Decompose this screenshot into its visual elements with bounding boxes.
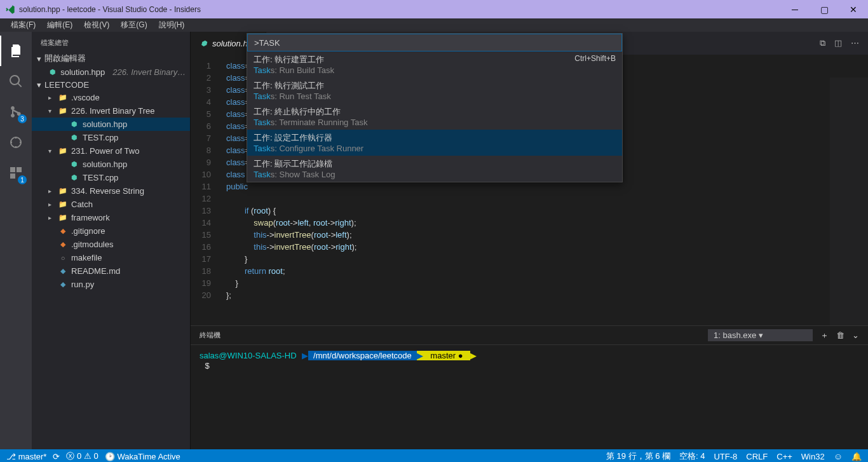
file-item[interactable]: ○makefile [32, 251, 190, 264]
vscode-icon [5, 4, 15, 15]
terminal-panel: 終端機 1: bash.exe ▾ ＋ 🗑 ⌄ salas@WIN10-SALA… [191, 325, 868, 449]
language-mode[interactable]: C++ [776, 452, 792, 461]
folder-item[interactable]: ▸📁Catch [32, 198, 190, 211]
search-icon [8, 74, 24, 89]
palette-item[interactable]: 工作: 執行建置工作Ctrl+Shift+BTasks: Run Build T… [247, 51, 622, 78]
cpp-icon: ⬢ [200, 39, 208, 48]
maximize-button[interactable]: ▢ [810, 0, 839, 18]
ext-badge: 1 [18, 175, 27, 184]
folder-item[interactable]: ▸📁.vscode [32, 91, 190, 104]
palette-item[interactable]: 工作: 顯示工作記錄檔Tasks: Show Task Log [247, 156, 622, 182]
statusbar: ⎇ master* ⟳ ⓧ 0 ⚠ 0 🕑 WakaTime Active 第 … [0, 449, 868, 462]
palette-item[interactable]: 工作: 終止執行中的工作Tasks: Terminate Running Tas… [247, 104, 622, 130]
scm-tab[interactable]: 3 [0, 97, 32, 127]
problems[interactable]: ⓧ 0 ⚠ 0 [66, 451, 98, 462]
minimap[interactable] [830, 78, 868, 325]
feedback-icon[interactable]: ☺ [834, 451, 843, 461]
eol[interactable]: CRLF [746, 452, 768, 461]
open-editors-header[interactable]: ▾ 開啟編輯器 [32, 51, 190, 65]
menu-view[interactable]: 檢視(V) [78, 18, 115, 32]
palette-item[interactable]: 工作: 執行測試工作Tasks: Run Test Task [247, 78, 622, 104]
debug-tab[interactable] [0, 127, 32, 158]
split-editor-icon[interactable]: ◫ [834, 38, 842, 48]
folder-item[interactable]: ▸📁334. Reverse String [32, 184, 190, 198]
sync-icon[interactable]: ⟳ [53, 452, 60, 461]
cursor-position[interactable]: 第 19 行，第 6 欄 [606, 451, 670, 462]
explorer-tab[interactable] [0, 36, 32, 66]
menu-goto[interactable]: 移至(G) [115, 18, 153, 32]
git-branch[interactable]: ⎇ master* [6, 452, 46, 461]
extensions-tab[interactable]: 1 [0, 158, 32, 188]
kill-terminal-icon[interactable]: 🗑 [836, 330, 844, 340]
indentation[interactable]: 空格: 4 [679, 451, 705, 462]
menubar: 檔案(F) 編輯(E) 檢視(V) 移至(G) 說明(H) [0, 18, 868, 32]
debug-icon [8, 135, 24, 150]
palette-item[interactable]: 工作: 設定工作執行器Tasks: Configure Task Runner [247, 130, 622, 156]
terminal-select[interactable]: 1: bash.exe ▾ [708, 329, 813, 341]
file-item[interactable]: ⬢solution.hpp [32, 158, 190, 171]
folder-item[interactable]: ▸📁framework [32, 211, 190, 224]
titlebar: solution.hpp - leetcode - Visual Studio … [0, 0, 868, 18]
target[interactable]: Win32 [801, 452, 825, 461]
open-editor-item[interactable]: ⬢ solution.hpp 226. Invert Binary T... [32, 65, 190, 79]
file-item[interactable]: ⬢TEST.cpp [32, 131, 190, 144]
minimize-button[interactable]: ─ [780, 0, 810, 18]
palette-input[interactable] [247, 34, 622, 51]
folder-item[interactable]: ▾📁231. Power of Two [32, 144, 190, 158]
window-title: solution.hpp - leetcode - Visual Studio … [19, 5, 780, 14]
encoding[interactable]: UTF-8 [714, 452, 737, 461]
command-palette: 工作: 執行建置工作Ctrl+Shift+BTasks: Run Build T… [247, 33, 623, 182]
menu-edit[interactable]: 編輯(E) [41, 18, 78, 32]
menu-help[interactable]: 說明(H) [153, 18, 191, 32]
scm-badge: 3 [18, 114, 27, 123]
svg-point-0 [11, 137, 21, 147]
new-terminal-icon[interactable]: ＋ [820, 330, 829, 341]
sidebar-title: 檔案總管 [32, 32, 190, 51]
cpp-icon: ⬢ [48, 68, 57, 77]
folder-item[interactable]: ▾📁226. Invert Binary Tree [32, 104, 190, 118]
activity-bar: 3 1 [0, 32, 32, 449]
notifications-icon[interactable]: 🔔 [851, 452, 862, 461]
terminal-body[interactable]: salas@WIN10-SALAS-HD ▶/mnt/d/workspace/l… [191, 345, 868, 449]
close-button[interactable]: ✕ [839, 0, 868, 18]
wakatime[interactable]: 🕑 WakaTime Active [105, 452, 180, 461]
line-gutter: 1234567891011121314151617181920 [191, 55, 221, 325]
menu-file[interactable]: 檔案(F) [5, 18, 41, 32]
chevron-down-icon[interactable]: ⌄ [852, 330, 859, 340]
file-item[interactable]: ◆README.md [32, 264, 190, 278]
terminal-label[interactable]: 終端機 [200, 330, 220, 340]
split-compare-icon[interactable]: ⧉ [820, 38, 825, 48]
terminal-header: 終端機 1: bash.exe ▾ ＋ 🗑 ⌄ [191, 326, 868, 345]
palette-list: 工作: 執行建置工作Ctrl+Shift+BTasks: Run Build T… [247, 51, 622, 182]
more-icon[interactable]: ⋯ [851, 38, 859, 48]
files-icon [9, 43, 24, 58]
search-tab[interactable] [0, 66, 32, 97]
file-item[interactable]: ◆.gitignore [32, 224, 190, 238]
file-item[interactable]: ⬢TEST.cpp [32, 171, 190, 184]
file-item[interactable]: ◆.gitmodules [32, 238, 190, 251]
file-item[interactable]: ⬢solution.hpp [32, 118, 190, 131]
file-item[interactable]: ◆run.py [32, 278, 190, 291]
explorer-sidebar: 檔案總管 ▾ 開啟編輯器 ⬢ solution.hpp 226. Invert … [32, 32, 191, 449]
workspace-header[interactable]: ▾ LEETCODE [32, 79, 190, 91]
file-tree: ▸📁.vscode▾📁226. Invert Binary Tree⬢solut… [32, 91, 190, 291]
window-controls: ─ ▢ ✕ [780, 0, 868, 18]
